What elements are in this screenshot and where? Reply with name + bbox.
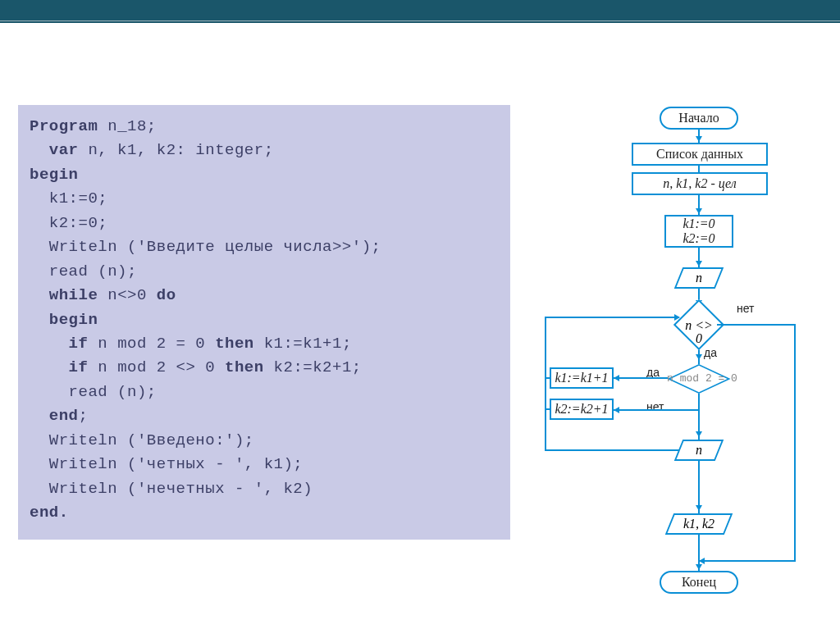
code-text: n_18; [98, 117, 156, 135]
code-text: read (n); [30, 383, 157, 401]
kw-end: end. [30, 504, 69, 522]
flow-k1-inc: k1:=k1+1 [550, 367, 614, 389]
code-text: n<>0 [98, 286, 156, 304]
kw-program: Program [30, 117, 98, 135]
kw-if: if [30, 358, 88, 376]
pascal-code-box: Program n_18; var n, k1, k2: integer; be… [18, 105, 510, 540]
flow-end: Конец [660, 571, 738, 594]
code-text: Writeln ('четных - ', k1); [30, 455, 303, 473]
code-text: read (n); [30, 262, 137, 280]
code-text: n mod 2 <> 0 [88, 358, 225, 376]
flow-data-list: Список данных [632, 143, 768, 166]
kw-end-inner: end [30, 407, 79, 425]
flow-decision-mod: n mod 2 = 0 [664, 364, 733, 394]
code-text: Writeln ('Введите целые числа>>'); [30, 238, 381, 256]
flow-start: Начало [660, 107, 738, 130]
flow-input-n-2: n [674, 440, 724, 461]
flow-label-yes: да [704, 346, 717, 359]
flow-label-no: нет [646, 400, 664, 413]
flow-label-no: нет [737, 302, 754, 315]
kw-while: while [30, 286, 98, 304]
flow-declarations: n, k1, k2 - цел [632, 172, 768, 195]
slide-content: Program n_18; var n, k1, k2: integer; be… [0, 23, 840, 628]
kw-begin-inner: begin [30, 311, 98, 329]
flow-k2-inc: k2:=k2+1 [550, 399, 614, 420]
code-text: Writeln ('Введено:'); [30, 431, 254, 449]
flow-input-n: n [674, 267, 724, 289]
code-text: k2:=k2+1; [264, 358, 362, 376]
kw-then: then [225, 358, 264, 376]
code-text: k2:=0; [30, 214, 107, 232]
code-text: n mod 2 = 0 [88, 335, 215, 353]
code-text: n, k1, k2: integer; [79, 141, 274, 159]
kw-do: do [157, 286, 176, 304]
kw-if: if [30, 335, 88, 353]
kw-begin: begin [30, 166, 79, 184]
code-text: k1:=0; [30, 189, 107, 207]
flow-output: k1, k2 [665, 513, 733, 535]
code-text: Writeln ('нечетных - ', k2) [30, 480, 313, 498]
kw-var: var [30, 141, 79, 159]
slide-top-bar [0, 0, 840, 23]
flow-decision-loop: n <> 0 [681, 307, 717, 343]
flowchart: Начало Список данных n, k1, k2 - цел k1:… [535, 103, 822, 628]
kw-then: then [215, 335, 254, 353]
flow-init: k1:=0 k2:=0 [664, 215, 733, 248]
code-text: k1:=k1+1; [254, 335, 352, 353]
code-text: ; [79, 407, 89, 425]
